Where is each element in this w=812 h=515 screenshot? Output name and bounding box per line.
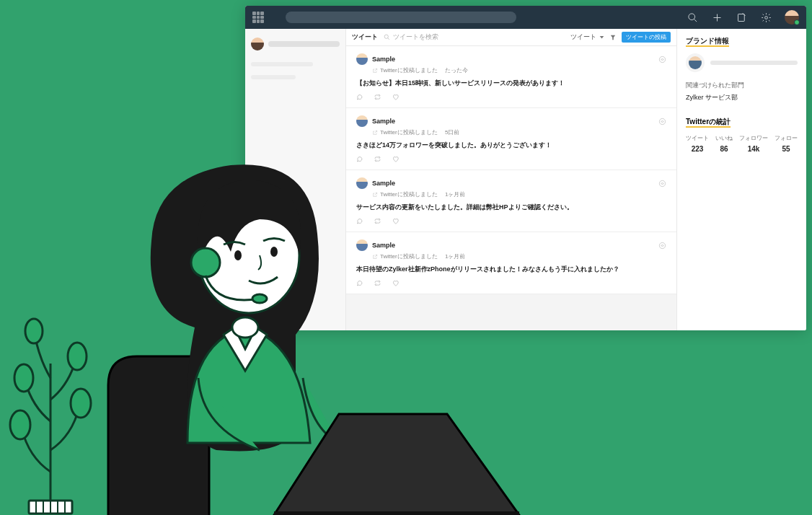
- dept-label: 関連づけられた部門: [686, 81, 798, 90]
- reply-icon[interactable]: [356, 218, 363, 224]
- placeholder-line: [251, 62, 313, 66]
- search-icon[interactable]: [687, 12, 698, 23]
- svg-point-15: [10, 410, 30, 439]
- note-icon[interactable]: [736, 12, 747, 23]
- feed-search-placeholder: ツイートを検索: [393, 32, 438, 42]
- retweet-icon[interactable]: [374, 280, 381, 286]
- svg-marker-10: [611, 35, 615, 39]
- post-author: Sample: [372, 56, 395, 63]
- post-avatar: [356, 115, 368, 127]
- post-body: さきほど14万フォロワーを突破しました。ありがとうございます！: [356, 141, 666, 150]
- external-link-icon: [372, 192, 378, 198]
- retweet-icon[interactable]: [374, 156, 381, 162]
- external-link-icon: [372, 68, 378, 74]
- feed-panel: ツイート ツイートを検索 ツイート ツイートの投稿 Sample Twitter…: [346, 29, 676, 330]
- post-item: Sample Twitterに投稿しました 1ヶ月前 本日待望のZylker社新…: [346, 232, 676, 294]
- post-body: サービス内容の更新をいたしました。詳細は弊社HPよりご確認ください。: [356, 203, 666, 212]
- filter-icon[interactable]: [610, 35, 616, 40]
- svg-point-19: [25, 319, 43, 343]
- svg-line-8: [388, 38, 389, 40]
- brand-info-title: ブランド情報: [686, 36, 798, 46]
- post-author: Sample: [372, 118, 395, 125]
- add-icon[interactable]: [711, 12, 723, 23]
- post-actions: [356, 156, 666, 162]
- svg-point-28: [234, 250, 242, 260]
- brand-mark-icon: [658, 53, 666, 66]
- placeholder-line: [268, 41, 340, 47]
- placeholder-line: [251, 75, 296, 79]
- svg-point-0: [688, 13, 694, 19]
- avatar: [251, 38, 264, 50]
- svg-line-1: [694, 19, 697, 22]
- retweet-icon[interactable]: [374, 94, 381, 100]
- post-avatar: [356, 53, 368, 65]
- post-avatar: [356, 177, 368, 189]
- post-body: 本日待望のZylker社新作zPhoneがリリースされました！みなさんもう手に入…: [356, 265, 666, 274]
- svg-point-14: [659, 242, 665, 248]
- svg-rect-4: [738, 14, 744, 21]
- external-link-icon: [372, 254, 378, 260]
- feed-header: ツイート ツイートを検索 ツイート ツイートの投稿: [346, 29, 676, 46]
- svg-point-11: [659, 56, 665, 62]
- like-icon[interactable]: [392, 218, 399, 224]
- svg-line-5: [742, 13, 745, 16]
- user-avatar[interactable]: [785, 10, 799, 25]
- svg-rect-32: [274, 511, 519, 515]
- external-link-icon: [372, 130, 378, 136]
- svg-point-17: [14, 364, 33, 392]
- like-icon[interactable]: [392, 156, 399, 162]
- svg-point-18: [68, 343, 87, 370]
- stat-likes: いいね86: [715, 134, 733, 153]
- stat-followers: フォロワー14k: [739, 134, 768, 153]
- right-panel: ブランド情報 関連づけられた部門 Zylker サービス部 Twitterの統計…: [676, 29, 806, 330]
- post-author: Sample: [372, 242, 395, 249]
- reply-icon[interactable]: [356, 94, 363, 100]
- stats-title: Twitterの統計: [686, 117, 798, 127]
- like-icon[interactable]: [392, 280, 399, 286]
- brand-avatar: [686, 53, 705, 72]
- post-item: Sample Twitterに投稿しました 5日前 さきほど14万フォロワーを突…: [346, 108, 676, 170]
- svg-point-30: [191, 248, 220, 277]
- post-actions: [356, 94, 666, 100]
- post-item: Sample Twitterに投稿しました 1ヶ月前 サービス内容の更新をいたし…: [346, 170, 676, 232]
- svg-point-6: [764, 16, 767, 19]
- brand-mark-icon: [658, 177, 666, 190]
- apps-menu-icon[interactable]: [252, 12, 264, 23]
- global-search-input[interactable]: [286, 12, 516, 23]
- app-window: ツイート ツイートを検索 ツイート ツイートの投稿 Sample Twitter…: [245, 6, 806, 330]
- feed-list: Sample Twitterに投稿しました たった今 【お知らせ】本日15時頃、…: [346, 46, 676, 330]
- post-item: Sample Twitterに投稿しました たった今 【お知らせ】本日15時頃、…: [346, 46, 676, 108]
- feed-search-input[interactable]: ツイートを検索: [384, 32, 565, 42]
- svg-point-12: [659, 118, 665, 124]
- brand-mark-icon: [658, 115, 666, 128]
- like-icon[interactable]: [392, 94, 399, 100]
- left-sidebar: [245, 29, 346, 330]
- gear-icon[interactable]: [760, 12, 772, 23]
- post-meta: Twitterに投稿しました 1ヶ月前: [372, 190, 666, 198]
- svg-point-7: [384, 35, 388, 38]
- post-meta: Twitterに投稿しました 1ヶ月前: [372, 252, 666, 260]
- svg-point-13: [659, 180, 665, 186]
- reply-icon[interactable]: [356, 156, 363, 162]
- post-body: 【お知らせ】本日15時頃、新しいサービスリリースの発表があります！: [356, 79, 666, 88]
- post-avatar: [356, 239, 368, 251]
- svg-rect-20: [29, 501, 72, 514]
- stat-tweets: ツイート223: [686, 134, 709, 153]
- reply-icon[interactable]: [356, 280, 363, 286]
- post-meta: Twitterに投稿しました たった今: [372, 66, 666, 74]
- sidebar-user[interactable]: [251, 35, 340, 53]
- retweet-icon[interactable]: [374, 218, 381, 224]
- post-actions: [356, 218, 666, 224]
- stats-row: ツイート223 いいね86 フォロワー14k フォロー55: [686, 134, 798, 153]
- stat-following: フォロー55: [775, 134, 798, 153]
- post-meta: Twitterに投稿しました 5日前: [372, 128, 666, 136]
- post-actions: [356, 280, 666, 286]
- svg-point-16: [71, 389, 91, 418]
- dept-value: Zylker サービス部: [686, 93, 798, 102]
- placeholder-line: [710, 61, 798, 65]
- feed-filter-dropdown[interactable]: ツイート: [570, 32, 604, 42]
- compose-tweet-button[interactable]: ツイートの投稿: [622, 32, 671, 43]
- brand-mark-icon: [658, 239, 666, 252]
- svg-marker-9: [600, 36, 604, 39]
- feed-tab[interactable]: ツイート: [352, 32, 378, 42]
